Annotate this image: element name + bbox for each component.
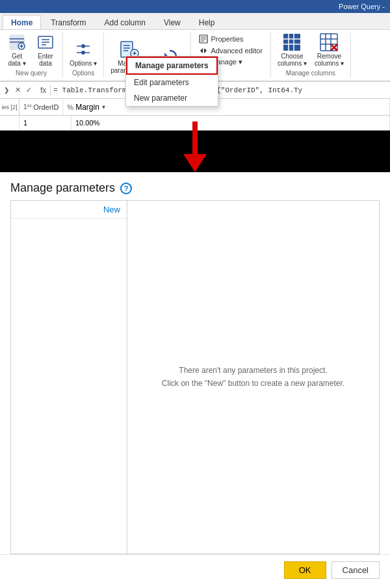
manage-parameters-dropdown: Manage parameters Edit parameters New pa… [125, 56, 218, 107]
formula-nav: ✕ ✓ [13, 85, 34, 95]
arrow-head [183, 154, 207, 172]
remove-columns-button[interactable]: Removecolumns ▾ [312, 31, 346, 68]
tab-row: Home Transform Add column View Help [0, 13, 390, 30]
enter-data-button[interactable]: Enterdata [32, 31, 58, 68]
new-query-label: New query [16, 70, 47, 77]
queries-label: ies [2] [1, 104, 17, 110]
param-detail-panel: There aren't any parameters in this proj… [127, 200, 380, 554]
formula-fx-label: fx [36, 85, 51, 96]
dropdown-item-manage-parameters[interactable]: Manage parameters [126, 57, 218, 75]
dropdown-item-edit-parameters[interactable]: Edit parameters [126, 75, 218, 90]
choose-columns-icon [281, 32, 302, 53]
remove-columns-label: Removecolumns ▾ [315, 53, 344, 67]
orderid-cell: 1 [20, 116, 72, 130]
formula-cancel-btn[interactable]: ✕ [13, 85, 23, 95]
tab-help[interactable]: Help [190, 15, 224, 29]
options-group-label: Options [72, 70, 94, 77]
svg-marker-28 [200, 48, 203, 53]
title-bar: Power Query - [0, 0, 390, 13]
choose-columns-button[interactable]: Choosecolumns ▾ [275, 31, 309, 68]
param-list-empty-area [11, 219, 127, 554]
get-data-icon [6, 32, 27, 53]
options-icon [73, 39, 94, 60]
enter-data-label: Enterdata [38, 53, 53, 67]
advanced-editor-label: Advanced editor [211, 47, 263, 55]
margin-column-label: Margin [75, 103, 99, 112]
manage-columns-group: Choosecolumns ▾ [271, 32, 351, 78]
ok-button[interactable]: OK [284, 561, 326, 579]
margin-value: 10.00% [75, 119, 99, 127]
properties-label: Properties [211, 35, 243, 43]
queries-expand-chevron[interactable]: ❯ [3, 85, 10, 95]
properties-button[interactable]: Properties [195, 33, 247, 45]
arrow-indicator [183, 121, 207, 172]
cancel-button[interactable]: Cancel [332, 561, 380, 579]
power-query-ribbon-screenshot: Power Query - Home Transform Add column … [0, 0, 390, 172]
tab-home[interactable]: Home [3, 15, 41, 29]
orderid-column-header[interactable]: 1²³ OrderID [20, 99, 63, 115]
margin-dropdown-arrow[interactable]: ▾ [102, 103, 105, 110]
app-title: Power Query - [339, 3, 385, 10]
dialog-title: Manage parameters [10, 181, 115, 195]
svg-rect-32 [283, 34, 300, 51]
get-data-button[interactable]: Getdata ▾ [4, 31, 30, 68]
svg-point-10 [81, 44, 85, 48]
arrow-shaft [192, 121, 198, 154]
dialog-body: New There aren't any parameters in this … [0, 200, 390, 554]
manage-columns-label: Manage columns [286, 70, 335, 77]
row-number-cell [0, 116, 20, 130]
svg-point-11 [81, 51, 85, 55]
advanced-editor-button[interactable]: Advanced editor [195, 45, 266, 57]
options-group: Options ▾ Options [63, 32, 104, 78]
tab-transform[interactable]: Transform [42, 15, 94, 29]
svg-marker-29 [204, 48, 207, 53]
new-parameter-button[interactable]: New [11, 201, 127, 219]
enter-data-icon [35, 32, 56, 53]
margin-column-header[interactable]: % Margin ▾ [63, 99, 390, 115]
empty-message-line1: There aren't any parameters in this proj… [179, 364, 327, 377]
formula-confirm-btn[interactable]: ✓ [24, 85, 34, 95]
param-list-panel: New [10, 200, 127, 554]
formula-input[interactable]: = Table.TransformColumnTypes(Source, {{"… [53, 86, 387, 94]
options-label: Options ▾ [70, 60, 97, 67]
orderid-value: 1 [23, 119, 27, 127]
choose-columns-label: Choosecolumns ▾ [278, 53, 307, 67]
ribbon-area: Power Query - Home Transform Add column … [0, 0, 390, 131]
tab-view[interactable]: View [155, 15, 189, 29]
remove-columns-icon [318, 32, 339, 53]
svg-rect-2 [10, 42, 24, 43]
new-query-group: Getdata ▾ Enterdata [0, 32, 63, 78]
options-button[interactable]: Options ▾ [67, 38, 99, 68]
get-data-label: Getdata ▾ [8, 53, 25, 67]
dialog-title-row: Manage parameters ? [0, 172, 390, 200]
manage-parameters-dialog: Manage parameters ? New There aren't any… [0, 172, 390, 588]
queries-expand-panel[interactable]: ies [2] [0, 99, 20, 115]
orderid-label: OrderID [33, 103, 58, 111]
help-icon[interactable]: ? [120, 183, 132, 194]
margin-cell: 10.00% [72, 116, 390, 130]
svg-rect-1 [10, 38, 24, 40]
percent-icon: % [67, 103, 73, 111]
tab-add-column[interactable]: Add column [96, 15, 154, 29]
empty-message-line2: Click on the "New" button to create a ne… [162, 377, 344, 390]
123-icon: 1²³ [23, 103, 31, 110]
dialog-footer: OK Cancel [0, 554, 390, 588]
dropdown-item-new-parameter[interactable]: New parameter [126, 90, 218, 106]
